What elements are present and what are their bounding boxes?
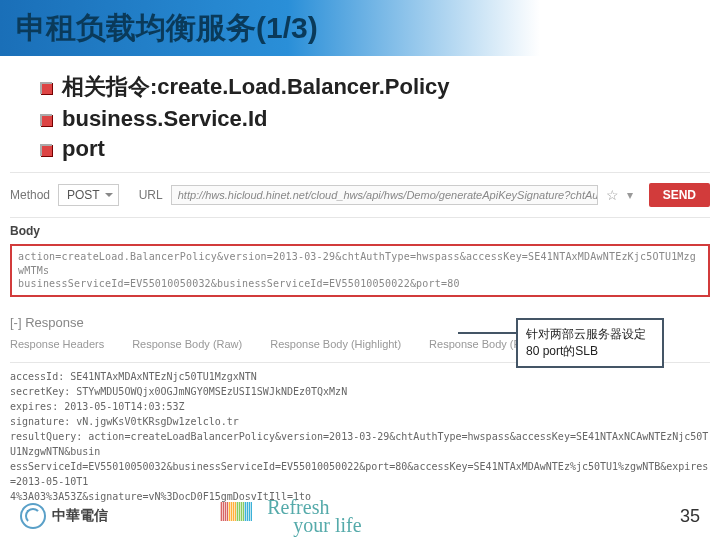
favorite-icon[interactable]: ☆	[606, 187, 619, 203]
company-name: 中華電信	[52, 507, 108, 525]
request-body-highlight: action=createLoad.BalancerPolicy&version…	[10, 244, 710, 297]
company-logo: 中華電信	[20, 503, 108, 529]
slogan-line2: your life	[267, 514, 361, 536]
bullet-list: 相关指令:create.Load.Balancer.Policy busines…	[40, 72, 720, 162]
annotation-callout: 针对两部云服务器设定80 port的SLB	[516, 318, 664, 368]
logo-icon	[20, 503, 46, 529]
slide-footer: 中華電信 |||||||||||||||| Refresh your life …	[0, 498, 720, 534]
chevron-down-icon[interactable]: ▾	[627, 188, 633, 202]
url-input[interactable]: http://hws.hicloud.hinet.net/cloud_hws/a…	[171, 185, 598, 205]
bullet-icon	[40, 114, 52, 126]
response-line: signature: vN.jgwKsV0tKRsgDw1zelclo.tr	[10, 414, 710, 429]
tab-response-raw[interactable]: Response Body (Raw)	[132, 338, 242, 350]
request-row: Method POST URL http://hws.hicloud.hinet…	[10, 177, 710, 213]
page-number: 35	[680, 506, 700, 527]
response-line: essServiceId=EV55010050032&businessServi…	[10, 459, 710, 489]
tab-response-headers[interactable]: Response Headers	[10, 338, 104, 350]
bullet-icon	[40, 144, 52, 156]
bullet-item: business.Service.Id	[40, 106, 720, 132]
send-button[interactable]: SEND	[649, 183, 710, 207]
slide-title: 申租负载均衡服务(1/3)	[16, 8, 720, 49]
method-label: Method	[10, 188, 50, 202]
slide-title-bar: 申租负载均衡服务(1/3)	[0, 0, 720, 56]
bullet-text: business.Service.Id	[62, 106, 267, 131]
body-line: action=createLoad.BalancerPolicy&version…	[18, 251, 696, 276]
response-line: expires: 2013-05-10T14:03:53Z	[10, 399, 710, 414]
response-line: secretKey: STYwMDU5OWQjx0OGJmNGY0MSEzUSI…	[10, 384, 710, 399]
method-select[interactable]: POST	[58, 184, 119, 206]
url-label: URL	[139, 188, 163, 202]
bullet-item: port	[40, 136, 720, 162]
response-line: resultQuery: action=createLoadBalancerPo…	[10, 429, 710, 459]
body-header: Body	[10, 224, 710, 238]
callout-text: 针对两部云服务器设定80 port的SLB	[526, 327, 646, 358]
bullet-text: port	[62, 136, 105, 161]
tab-response-highlight[interactable]: Response Body (Highlight)	[270, 338, 401, 350]
bullet-item: 相关指令:create.Load.Balancer.Policy	[40, 72, 720, 102]
bullet-icon	[40, 82, 52, 94]
color-dots-icon: ||||||||||||||||	[219, 500, 251, 518]
response-line: accessId: SE41NTAxMDAxNTEzNjc50TU1MzgxNT…	[10, 369, 710, 384]
slogan: |||||||||||||||| Refresh your life	[267, 498, 361, 534]
response-body: accessId: SE41NTAxMDAxNTEzNjc50TU1MzgxNT…	[10, 369, 710, 504]
body-line: businessServiceId=EV55010050032&business…	[18, 278, 460, 289]
bullet-text: 相关指令:create.Load.Balancer.Policy	[62, 74, 450, 99]
